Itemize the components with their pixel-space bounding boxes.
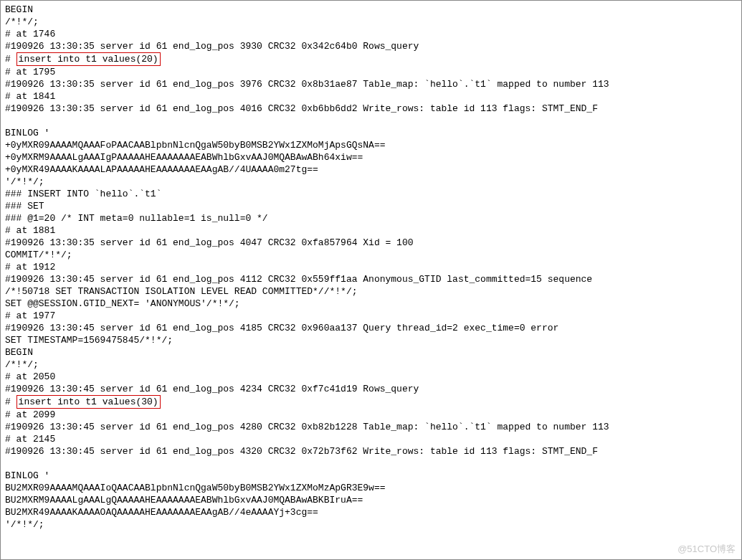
log-line-blank [5, 115, 737, 127]
log-line: SET @@SESSION.GTID_NEXT= 'ANONYMOUS'/*!*… [5, 298, 737, 310]
log-line: BEGIN [5, 346, 737, 359]
log-line: #190926 13:30:35 server id 61 end_log_po… [5, 78, 737, 90]
log-line: # at 2099 [5, 409, 737, 421]
watermark: @51CTO博客 [677, 543, 736, 555]
log-line-highlighted: # insert into t1 values(30) [5, 395, 737, 409]
log-line: COMMIT/*!*/; [5, 249, 737, 261]
log-line: # at 2050 [5, 371, 737, 383]
log-line: #190926 13:30:35 server id 61 end_log_po… [5, 237, 737, 249]
log-line: BINLOG ' [5, 127, 737, 139]
log-line: #190926 13:30:45 server id 61 end_log_po… [5, 445, 737, 457]
log-line: SET TIMESTAMP=1569475845/*!*/; [5, 334, 737, 346]
log-line: /*!*/; [5, 16, 737, 28]
log-line: # at 1977 [5, 310, 737, 322]
log-line: ### SET [5, 200, 737, 212]
log-line: BINLOG ' [5, 470, 737, 482]
log-line: #190926 13:30:45 server id 61 end_log_po… [5, 383, 737, 395]
log-line-highlighted: # insert into t1 values(20) [5, 52, 737, 66]
log-line: #190926 13:30:45 server id 61 end_log_po… [5, 421, 737, 433]
log-line: +0yMXRM9AAAALgAAAIgPAAAAAHEAAAAAAAEABWhl… [5, 151, 737, 163]
log-line: # at 1795 [5, 66, 737, 78]
log-line: BU2MXRM9AAAALgAAALgQAAAAAHEAAAAAAAEABWhl… [5, 494, 737, 506]
log-line: ### INSERT INTO `hello`.`t1` [5, 188, 737, 200]
log-line-blank [5, 457, 737, 470]
log-line: '/*!*/; [5, 518, 737, 531]
log-line: # at 2145 [5, 433, 737, 445]
log-line: ### @1=20 /* INT meta=0 nullable=1 is_nu… [5, 212, 737, 224]
highlight-box: insert into t1 values(20) [16, 52, 161, 66]
log-line: +0yMXR49AAAAKAAAALAPAAAAAHEAAAAAAAEAAgAB… [5, 163, 737, 176]
log-line: '/*!*/; [5, 176, 737, 188]
log-line: /*!*/; [5, 359, 737, 371]
highlight-box: insert into t1 values(30) [16, 395, 161, 409]
log-line: BEGIN [5, 4, 737, 16]
log-line: BU2MXR49AAAAKAAAAOAQAAAAAHEAAAAAAAEAAgAB… [5, 506, 737, 518]
log-line: +0yMXR09AAAAMQAAAFoPAACAABlpbnNlcnQgaW50… [5, 139, 737, 151]
log-line: # at 1881 [5, 224, 737, 237]
log-line: # at 1841 [5, 90, 737, 103]
log-line: BU2MXR09AAAAMQAAAIoQAACAABlpbnNlcnQgaW50… [5, 482, 737, 494]
log-line: #190926 13:30:35 server id 61 end_log_po… [5, 103, 737, 115]
log-line: /*!50718 SET TRANSACTION ISOLATION LEVEL… [5, 285, 737, 298]
line-prefix: # [5, 397, 16, 407]
log-line: #190926 13:30:45 server id 61 end_log_po… [5, 322, 737, 334]
log-line: #190926 13:30:35 server id 61 end_log_po… [5, 40, 737, 52]
line-prefix: # [5, 54, 16, 65]
log-line: #190926 13:30:45 server id 61 end_log_po… [5, 273, 737, 285]
log-line: # at 1746 [5, 28, 737, 40]
log-line: # at 1912 [5, 261, 737, 273]
